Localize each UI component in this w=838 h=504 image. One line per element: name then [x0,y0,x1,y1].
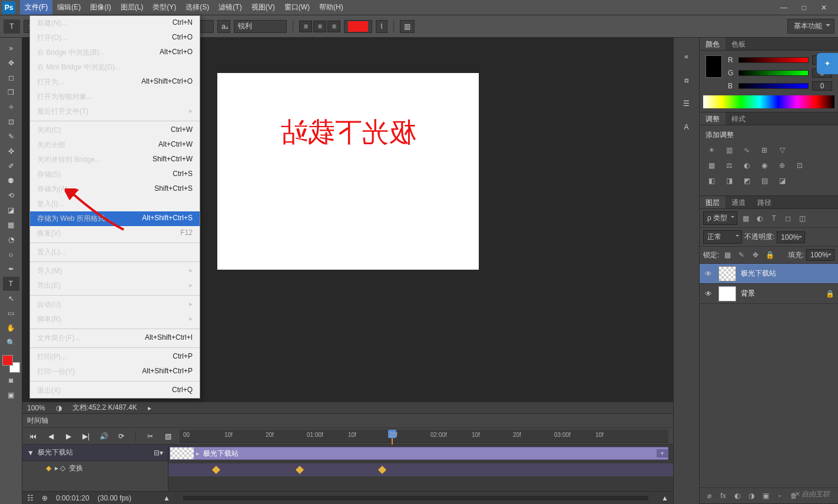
tab-layers[interactable]: 图层 [700,196,726,208]
tab-adjustments[interactable]: 调整 [700,112,726,125]
lasso-tool[interactable]: ❐ [3,85,19,100]
history-panel-icon[interactable]: ⧈ [680,73,694,87]
levels-icon[interactable]: ▥ [723,145,735,155]
blur-tool[interactable]: ◔ [3,233,19,247]
lock-all-icon[interactable]: 🔒 [764,250,776,260]
text-color-swatch[interactable] [344,20,372,33]
layer-thumbnail[interactable] [718,286,736,301]
marquee-tool[interactable]: ◻ [3,71,19,85]
menu-文件[interactable]: 文件(F) [20,0,52,15]
menu-滤镜[interactable]: 滤镜(T) [214,0,246,15]
transition-button[interactable]: ▧ [162,431,174,442]
close-icon[interactable]: ✕ [819,4,829,11]
timeline-scrollbar[interactable] [183,496,648,500]
path-selection-tool[interactable]: ↖ [3,291,19,306]
filter-pixel-icon[interactable]: ▦ [740,213,751,224]
menu-item[interactable]: 在 Bridge 中浏览(B)...Alt+Ctrl+O [30,45,200,60]
menu-item[interactable]: 关闭(C)Ctrl+W [30,123,200,138]
align-right-button[interactable]: ≡ [327,21,340,32]
align-left-button[interactable]: ≡ [299,21,312,32]
filter-smart-icon[interactable]: ◫ [796,213,808,224]
minimize-icon[interactable]: — [779,4,789,11]
fill-field[interactable]: 100% [806,249,834,261]
menu-item[interactable]: 新建(N)...Ctrl+N [30,16,200,31]
menu-item[interactable]: 关闭并转到 Bridge...Shift+Ctrl+W [30,152,200,167]
play-button[interactable]: ▶ [62,431,74,442]
menu-item[interactable]: 打开为智能对象... [30,89,200,104]
menu-item[interactable]: 导出(E)▸ [30,278,200,293]
menu-item[interactable]: 打开为...Alt+Shift+Ctrl+O [30,75,200,89]
new-group-icon[interactable]: ▣ [760,490,771,501]
layer-thumbnail[interactable] [718,266,736,281]
layer-name[interactable]: 极光下载站 [741,268,834,278]
photo-filter-icon[interactable]: ◉ [758,160,770,171]
zoom-in-icon[interactable]: ▲ [661,494,668,502]
zoom-value[interactable]: 100% [27,404,45,412]
menu-帮助[interactable]: 帮助(H) [314,0,348,15]
filter-type-icon[interactable]: T [768,213,780,224]
color-spectrum[interactable] [703,95,834,108]
type-tool-indicator[interactable]: T [4,19,20,34]
keyframe-row[interactable] [168,463,673,476]
channel-mixer-icon[interactable]: ⊕ [776,160,788,171]
workspace-switcher[interactable]: 基本功能 [787,19,834,34]
zoom-tool[interactable]: 🔍 [3,336,19,350]
layer-name[interactable]: 背景 [741,289,826,299]
align-center-button[interactable]: ≡ [313,21,326,32]
menu-item[interactable]: 打印一份(Y)Alt+Shift+Ctrl+P [30,364,200,379]
menu-item[interactable]: 导入(M)▸ [30,264,200,278]
menu-item[interactable]: 存储为(A)...Shift+Ctrl+S [30,182,200,197]
healing-brush-tool[interactable]: ✜ [3,144,19,158]
warp-text-button[interactable]: ⌇ [376,20,387,33]
selective-color-icon[interactable]: ◪ [776,175,788,186]
screen-mode-button[interactable]: ▣ [3,388,19,402]
magic-wand-tool[interactable]: ✧ [3,100,19,114]
split-button[interactable]: ✂ [144,431,156,442]
status-arrow-icon[interactable]: ▸ [148,404,151,412]
timeline-clip[interactable]: ▸ 极光下载站 + [170,447,668,460]
visibility-icon[interactable]: 👁 [703,290,714,298]
tab-styles[interactable]: 样式 [726,112,751,125]
keyframe-icon[interactable] [378,466,386,474]
vibrance-icon[interactable]: ▽ [776,145,788,155]
hue-icon[interactable]: ▦ [705,160,717,171]
opacity-field[interactable]: 100% [777,231,805,243]
eraser-tool[interactable]: ◪ [3,203,19,217]
r-slider[interactable] [738,57,809,63]
new-layer-icon[interactable]: ▫ [774,490,786,501]
link-layers-icon[interactable]: ⌀ [703,490,715,501]
menu-编辑[interactable]: 编辑(E) [52,0,85,15]
move-tool[interactable]: ✥ [3,56,19,70]
blend-mode-select[interactable]: 正常 [703,230,742,244]
go-start-button[interactable]: ⏮ [27,431,39,442]
curves-icon[interactable]: ∿ [741,145,753,155]
timeline-track-area[interactable]: ▸ 极光下载站 + [168,445,673,491]
menu-item[interactable]: 签入(I)... [30,197,200,211]
tab-swatches[interactable]: 色板 [726,38,751,50]
menu-item[interactable]: 退出(X)Ctrl+Q [30,383,200,398]
invert-icon[interactable]: ◧ [705,175,717,186]
g-slider[interactable] [738,70,809,76]
zoom-out-icon[interactable]: ▲ [163,494,170,502]
posterize-icon[interactable]: ◨ [723,175,735,186]
dodge-tool[interactable]: ☼ [3,247,19,261]
filter-shape-icon[interactable]: ◻ [782,213,794,224]
collapse-icon[interactable]: » [3,41,19,55]
quick-mask-button[interactable]: ◙ [3,373,19,387]
lock-pixels-icon[interactable]: ✎ [736,250,747,260]
character-panel-icon[interactable]: A [680,120,694,134]
lookup-icon[interactable]: ⊡ [794,160,806,171]
keyframe-icon[interactable] [296,466,304,474]
crop-tool[interactable]: ⊡ [3,115,19,129]
eyedropper-tool[interactable]: ✎ [3,130,19,144]
keyframe-icon[interactable] [212,466,220,474]
visibility-icon[interactable]: 👁 [703,270,714,278]
menu-选择[interactable]: 选择(S) [181,0,214,15]
layer-row[interactable]: 👁背景🔒 [700,284,838,304]
type-tool[interactable]: T [3,277,19,291]
antialias-select[interactable]: 锐利 [234,20,287,33]
prev-frame-button[interactable]: ◀ [45,431,57,442]
lock-transparent-icon[interactable]: ▩ [721,250,733,260]
timeline-track-header[interactable]: ▼ 极光下载站 ⊟▾ [22,445,168,461]
menu-item[interactable]: 存储为 Web 所用格式...Alt+Shift+Ctrl+S [30,211,200,226]
